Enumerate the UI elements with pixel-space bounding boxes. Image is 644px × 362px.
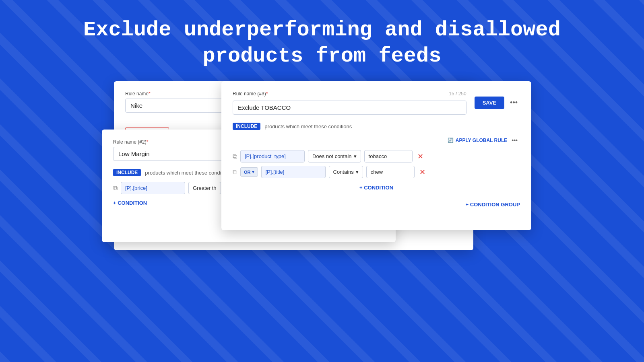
card3-row2-field[interactable]: [P].[title] [261,166,326,178]
card3-row1-remove-btn[interactable]: ✕ [416,152,425,161]
card3-row2-remove-btn[interactable]: ✕ [418,168,427,177]
card-exclude-tobacco: Rule name (#3)* 15 / 250 SAVE ••• INCLUD… [221,81,531,230]
card3-rule-name-input[interactable] [233,101,466,115]
card3-row1-field[interactable]: [P].[product_type] [240,150,305,162]
card3-include-badge: INCLUDE [233,123,260,130]
dropdown-chevron2: ▾ [356,169,359,175]
dropdown-chevron: ▾ [354,153,357,159]
card3-condition-row1: ⧉ [P].[product_type] Does not contain ▾ … [233,150,520,162]
card3-section: INCLUDE products which meet these condit… [233,123,520,130]
card3-condition-row2: ⧉ OR ▾ [P].[title] Contains ▾ chew ✕ [233,166,520,178]
card3-add-condition[interactable]: + CONDITION [359,185,393,191]
card3-row1-copy-icon[interactable]: ⧉ [233,153,237,160]
global-icon: 🔄 [448,138,454,143]
card3-more-options[interactable]: ••• [508,97,520,109]
card3-char-count: 15 / 250 [449,91,466,97]
card3-row1-operator[interactable]: Does not contain ▾ [308,150,361,162]
card3-row2-value[interactable]: chew [366,166,415,178]
card2-include-badge: INCLUDE [113,169,141,176]
card2-operator1[interactable]: Greater th [188,182,221,194]
card3-row2-copy-icon[interactable]: ⧉ [233,169,237,176]
apply-global-rule[interactable]: 🔄 APPLY GLOBAL RULE ••• [233,136,520,145]
or-badge[interactable]: OR ▾ [240,167,258,177]
card3-row1-value[interactable]: tobacco [364,150,413,162]
headline-line2: products from feeds [203,44,442,68]
headline: Exclude underperforming and disallowed p… [0,0,644,81]
card2-copy-icon[interactable]: ⧉ [113,185,118,192]
card3-save-button[interactable]: SAVE [475,97,504,109]
card2-field1[interactable]: [P].[price] [121,182,185,194]
card2-add-condition[interactable]: + CONDITION [113,200,147,206]
card3-label: Rule name (#3)* 15 / 250 [233,91,466,97]
apply-global-more[interactable]: ••• [509,136,520,145]
or-dropdown-icon: ▾ [252,169,254,175]
headline-line1: Exclude underperforming and disallowed [83,18,561,42]
card3-row2-operator[interactable]: Contains ▾ [329,166,363,178]
card3-add-condition-group[interactable]: + CONDITION GROUP [466,202,520,208]
